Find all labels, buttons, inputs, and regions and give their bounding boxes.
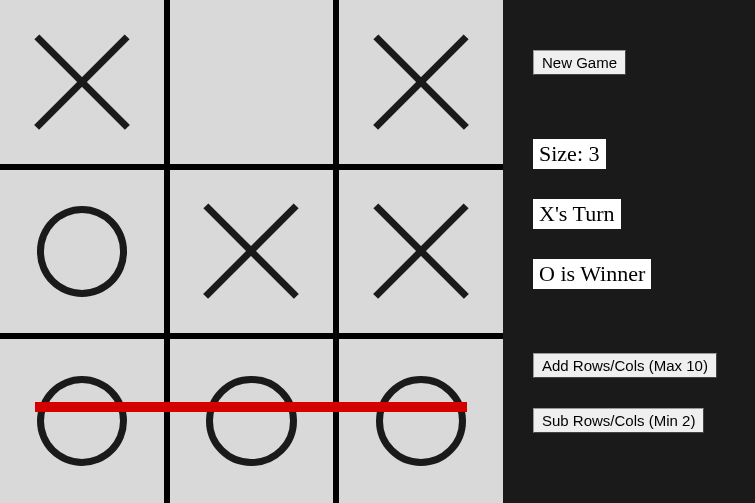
sidebar: New Game Size: 3 X's Turn O is Winner Ad… [503, 0, 755, 503]
turn-label: X's Turn [533, 199, 621, 229]
cell-0-2[interactable] [339, 0, 503, 164]
o-mark-icon [376, 376, 466, 466]
o-mark-icon [37, 206, 127, 296]
cell-1-1[interactable] [170, 170, 334, 334]
new-game-button[interactable]: New Game [533, 50, 626, 75]
cell-2-1[interactable] [170, 339, 334, 503]
o-mark-icon [37, 376, 127, 466]
game-board-container [0, 0, 503, 503]
sub-rows-cols-button[interactable]: Sub Rows/Cols (Min 2) [533, 408, 704, 433]
cell-1-2[interactable] [339, 170, 503, 334]
size-label: Size: 3 [533, 139, 606, 169]
x-mark-icon [25, 25, 140, 140]
cell-1-0[interactable] [0, 170, 164, 334]
win-line [35, 402, 467, 412]
x-mark-icon [364, 25, 479, 140]
cell-2-0[interactable] [0, 339, 164, 503]
add-rows-cols-button[interactable]: Add Rows/Cols (Max 10) [533, 353, 717, 378]
winner-label: O is Winner [533, 259, 651, 289]
x-mark-icon [194, 194, 309, 309]
cell-0-1[interactable] [170, 0, 334, 164]
cell-0-0[interactable] [0, 0, 164, 164]
cell-2-2[interactable] [339, 339, 503, 503]
game-board [0, 0, 503, 503]
x-mark-icon [364, 194, 479, 309]
o-mark-icon [206, 376, 296, 466]
